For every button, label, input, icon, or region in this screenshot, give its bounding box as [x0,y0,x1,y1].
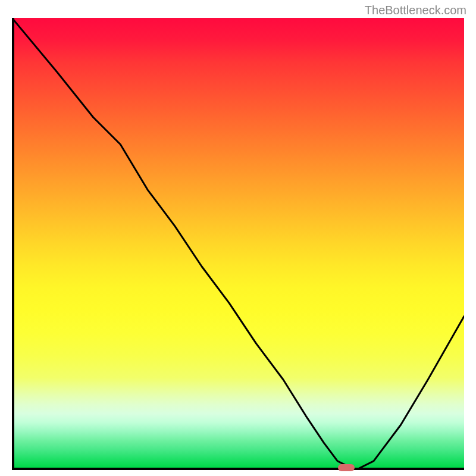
bottleneck-curve [12,18,464,470]
watermark-text: TheBottleneck.com [365,4,466,17]
line-plot-svg [12,18,464,470]
chart-container [12,18,464,470]
optimal-marker [338,464,355,471]
